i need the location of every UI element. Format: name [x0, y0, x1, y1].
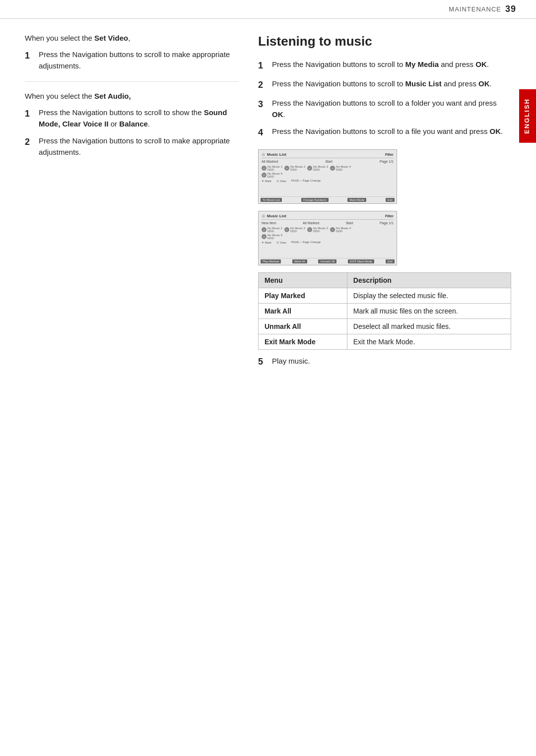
ss-grid-1: + No Music 1DDD + No Music 2DDD + No Mus…	[262, 165, 351, 171]
row-menu-unmark-all: Unmark All	[259, 319, 347, 334]
ss-item-label: No Music 4DDD	[336, 165, 351, 171]
row-menu-exit-mark-mode: Exit Mark Mode	[259, 334, 347, 350]
music-icon-2: ♫	[262, 213, 265, 218]
maintenance-label: MAINTENANCE	[449, 5, 501, 13]
row-desc-unmark-all: Deselect all marked music files.	[347, 319, 511, 334]
ss-new-text-2: New Item	[262, 221, 276, 225]
row-desc-mark-all: Mark all music files on the screen.	[347, 304, 511, 319]
bold-ok: OK	[475, 60, 487, 68]
row-desc-play-marked: Display the selected music file.	[347, 288, 511, 304]
ss-btn-exit-2: Exit	[386, 259, 395, 263]
table-row: Unmark All Deselect all marked music fil…	[259, 319, 511, 334]
set-video-intro: When you select the Set Video,	[25, 34, 238, 42]
listening-steps: 1 Press the Navigation buttons to scroll…	[258, 59, 511, 139]
row-menu-mark-all: Mark All	[259, 304, 347, 319]
listening-step-3: 3 Press the Navigation buttons to scroll…	[258, 98, 511, 120]
table-row: Exit Mark Mode Exit the Mark Mode.	[259, 334, 511, 350]
table-body: Play Marked Display the selected music f…	[259, 288, 511, 350]
bold-ok: OK	[272, 110, 283, 119]
step-num: 4	[258, 126, 267, 139]
header-bar: MAINTENANCE 39	[0, 0, 536, 19]
ss-item-label: No Music 3DDD	[313, 227, 328, 233]
ss-filter-2: Filter	[385, 214, 394, 218]
ss-btn-mark-mode: Mark Mode	[347, 198, 366, 202]
ss-filter-1: Filter	[385, 153, 394, 156]
ss-grid-2b: + No Music 5DDD	[262, 234, 282, 240]
ss-item-label: No Music 5DDD	[268, 172, 282, 178]
ss-title-bar-1: ♫ Music List Filter	[262, 152, 394, 158]
table-head: Menu Description	[259, 273, 511, 288]
ss-grid-1b: + No Music 5DDD	[262, 172, 282, 178]
right-column: Listening to music 1 Press the Navigatio…	[258, 34, 511, 367]
ss-item: + No Music 2DDD	[284, 165, 305, 171]
step-5-text: Play music.	[272, 357, 310, 367]
ss-btn-movie-list: To Movie List	[261, 198, 282, 202]
listening-step-1: 1 Press the Navigation buttons to scroll…	[258, 59, 511, 72]
col-description: Description	[347, 273, 511, 288]
step-text: Press the Navigation buttons to scroll t…	[272, 126, 511, 139]
ss-btn-exit: Exit	[386, 198, 395, 202]
music-icon: ♫	[262, 152, 265, 157]
ss-btn-change-numbers: Change Numbers	[301, 198, 329, 202]
ss-start-2: Start	[346, 221, 353, 225]
ss-add-icon: +	[262, 173, 267, 178]
section-heading: Listening to music	[258, 34, 511, 49]
ss-top-row-2: New Item All Marked Start Page 1/1	[262, 221, 394, 225]
bold-balance: Balance	[119, 120, 148, 128]
ss-item-label: No Music 1DDD	[268, 227, 282, 233]
step-num: 2	[258, 78, 267, 92]
step-5: 5 Play music.	[258, 357, 511, 367]
ss-bottom-bar-2: Play Marked Mark All Unmark All EXIT Mar…	[261, 258, 395, 263]
ss-item: + No Music 1DDD	[262, 227, 282, 233]
ss-item: + No Music 4DDD	[330, 165, 351, 171]
ss-add-icon: +	[330, 166, 335, 171]
bold-musiclist: Music List	[405, 79, 441, 88]
ss-grid-2: + No Music 1DDD + No Music 2DDD + No Mus…	[262, 227, 351, 233]
ss-item-label: No Music 5DDD	[268, 234, 282, 240]
col-menu: Menu	[259, 273, 347, 288]
step-num: 1	[25, 107, 34, 129]
step-text: Press the Navigation buttons to scroll t…	[39, 49, 238, 71]
ss-all-marked-2: All Marked	[303, 221, 319, 225]
step-num: 1	[258, 59, 267, 72]
ss-item: + No Music 4DDD	[330, 227, 351, 233]
ss-page-icon-2: PAGE ÷ Page Change	[291, 241, 321, 244]
screenshot-music-list-1: ♫ Music List Filter All Marked Start Pag…	[258, 149, 397, 204]
ss-item: + No Music 2DDD	[284, 227, 305, 233]
ss-add-icon: +	[330, 227, 335, 232]
ss-all-marked-1: All Marked	[262, 160, 278, 163]
description-table: Menu Description Play Marked Display the…	[258, 272, 511, 350]
ss-add-icon: +	[262, 227, 267, 232]
ss-add-icon: +	[307, 166, 312, 171]
ss-mark-icon-2: ✦ Mark	[262, 241, 271, 244]
step-text: Press the Navigation buttons to scroll t…	[272, 59, 511, 72]
ss-item: + No Music 3DDD	[307, 227, 328, 233]
set-video-step-1: 1 Press the Navigation buttons to scroll…	[25, 49, 238, 71]
step-text: Press the Navigation buttons to scroll t…	[272, 98, 511, 120]
step-5-num: 5	[258, 357, 267, 367]
screenshot-music-list-2: ♫ Music List Filter New Item All Marked …	[258, 211, 397, 265]
bold-ok: OK	[478, 79, 490, 88]
ss-add-icon: +	[284, 227, 289, 232]
listening-step-4: 4 Press the Navigation buttons to scroll…	[258, 126, 511, 139]
ss-item-label: No Music 2DDD	[290, 165, 305, 171]
ss-icons-row-1: ✦ Mark ⊙ View PAGE ÷ Page Change	[262, 179, 321, 183]
bold-mymedia: My Me­dia	[405, 60, 439, 68]
set-audio-bold: Set Audio,	[94, 92, 131, 100]
english-tab: ENGLISH	[519, 89, 536, 143]
ss-view-icon: ⊙ View	[276, 179, 286, 183]
table-row: Mark All Mark all music files on the scr…	[259, 304, 511, 319]
ss-top-row-1: All Marked Start Page 1/1	[262, 160, 394, 163]
ss-page-1: Page 1/1	[380, 160, 394, 163]
ss-page-2: Page 1/1	[380, 221, 394, 225]
ss-item: + No Music 5DDD	[262, 172, 282, 178]
ss-btn-exit-mark-mode: EXIT Mark Mode	[348, 259, 374, 263]
ss-btn-mark-all: Mark All	[292, 259, 307, 263]
ss-title-bar-2: ♫ Music List Filter	[262, 213, 394, 220]
ss-item-label: No Music 2DDD	[290, 227, 305, 233]
set-audio-step-2: 2 Press the Navigation buttons to scroll…	[25, 135, 238, 158]
left-column: When you select the Set Video, 1 Press t…	[25, 34, 238, 367]
set-audio-list: 1 Press the Navigation buttons to scroll…	[25, 107, 238, 158]
ss-page-icon: PAGE ÷ Page Change	[291, 179, 321, 183]
set-video-bold: Set Video	[94, 34, 128, 42]
